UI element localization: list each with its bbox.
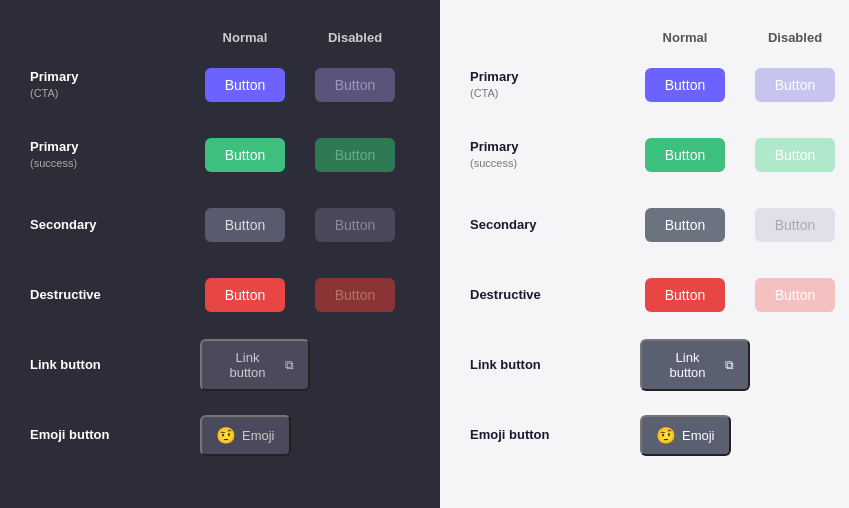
dark-btn-primary-success-normal[interactable]: Button [205,138,285,172]
light-cell-primary-cta-disabled: Button [740,68,849,102]
dark-btn-primary-cta-normal[interactable]: Button [205,68,285,102]
dark-label-primary-success: Primary (success) [30,139,190,170]
light-label-link: Link button [470,357,630,374]
emoji-icon-dark: 🤨 [216,426,236,445]
dark-table-header: Normal Disabled [30,30,410,45]
light-btn-secondary-normal[interactable]: Button [645,208,725,242]
dark-btn-emoji-normal[interactable]: 🤨 Emoji [200,415,291,456]
light-cell-primary-cta-normal: Button [630,68,740,102]
dark-row-primary-success: Primary (success) Button Button [30,125,410,185]
light-cell-primary-success-disabled: Button [740,138,849,172]
light-label-emoji: Emoji button [470,427,630,444]
light-btn-primary-cta-normal[interactable]: Button [645,68,725,102]
light-row-primary-cta: Primary (CTA) Button Button [470,55,849,115]
dark-btn-link-normal[interactable]: Link button ⧉ [200,339,310,391]
dark-row-secondary: Secondary Button Button [30,195,410,255]
light-label-primary-success: Primary (success) [470,139,630,170]
dark-panel: Normal Disabled Primary (CTA) Button But… [0,0,440,508]
dark-row-primary-cta: Primary (CTA) Button Button [30,55,410,115]
light-btn-primary-success-normal[interactable]: Button [645,138,725,172]
light-btn-emoji-normal[interactable]: 🤨 Emoji [640,415,731,456]
dark-cell-secondary-disabled: Button [300,208,410,242]
light-row-link: Link button Link button ⧉ [470,335,849,395]
dark-col-normal: Normal [190,30,300,45]
dark-btn-secondary-normal[interactable]: Button [205,208,285,242]
light-btn-primary-success-disabled[interactable]: Button [755,138,835,172]
dark-btn-primary-success-disabled[interactable]: Button [315,138,395,172]
light-btn-destructive-normal[interactable]: Button [645,278,725,312]
dark-col-empty [30,30,190,45]
light-col-empty [470,30,630,45]
light-panel: Normal Disabled Primary (CTA) Button But… [440,0,849,508]
dark-cell-primary-success-disabled: Button [300,138,410,172]
light-cell-link-normal: Link button ⧉ [630,339,740,391]
light-col-normal: Normal [630,30,740,45]
dark-row-destructive: Destructive Button Button [30,265,410,325]
light-cell-destructive-disabled: Button [740,278,849,312]
dark-label-destructive: Destructive [30,287,190,304]
external-link-icon-light: ⧉ [725,358,734,372]
dark-btn-secondary-disabled[interactable]: Button [315,208,395,242]
light-row-primary-success: Primary (success) Button Button [470,125,849,185]
light-label-secondary: Secondary [470,217,630,234]
light-row-secondary: Secondary Button Button [470,195,849,255]
emoji-icon-light: 🤨 [656,426,676,445]
dark-label-primary-cta: Primary (CTA) [30,69,190,100]
light-btn-destructive-disabled[interactable]: Button [755,278,835,312]
light-cell-destructive-normal: Button [630,278,740,312]
dark-label-emoji: Emoji button [30,427,190,444]
light-row-destructive: Destructive Button Button [470,265,849,325]
light-cell-secondary-normal: Button [630,208,740,242]
dark-label-link: Link button [30,357,190,374]
light-cell-primary-success-normal: Button [630,138,740,172]
dark-row-link: Link button Link button ⧉ [30,335,410,395]
dark-cell-destructive-normal: Button [190,278,300,312]
dark-cell-destructive-disabled: Button [300,278,410,312]
light-table-header: Normal Disabled [470,30,849,45]
dark-cell-primary-success-normal: Button [190,138,300,172]
light-cell-secondary-disabled: Button [740,208,849,242]
light-cell-emoji-normal: 🤨 Emoji [630,415,740,456]
dark-btn-primary-cta-disabled[interactable]: Button [315,68,395,102]
dark-row-emoji: Emoji button 🤨 Emoji [30,405,410,465]
dark-cell-emoji-normal: 🤨 Emoji [190,415,300,456]
light-btn-secondary-disabled[interactable]: Button [755,208,835,242]
light-btn-link-normal[interactable]: Link button ⧉ [640,339,750,391]
dark-cell-primary-cta-disabled: Button [300,68,410,102]
light-btn-primary-cta-disabled[interactable]: Button [755,68,835,102]
light-label-destructive: Destructive [470,287,630,304]
light-row-emoji: Emoji button 🤨 Emoji [470,405,849,465]
dark-col-disabled: Disabled [300,30,410,45]
dark-cell-primary-cta-normal: Button [190,68,300,102]
dark-btn-destructive-normal[interactable]: Button [205,278,285,312]
dark-btn-destructive-disabled[interactable]: Button [315,278,395,312]
light-col-disabled: Disabled [740,30,849,45]
dark-label-secondary: Secondary [30,217,190,234]
dark-cell-link-normal: Link button ⧉ [190,339,300,391]
external-link-icon-dark: ⧉ [285,358,294,372]
dark-cell-secondary-normal: Button [190,208,300,242]
light-label-primary-cta: Primary (CTA) [470,69,630,100]
